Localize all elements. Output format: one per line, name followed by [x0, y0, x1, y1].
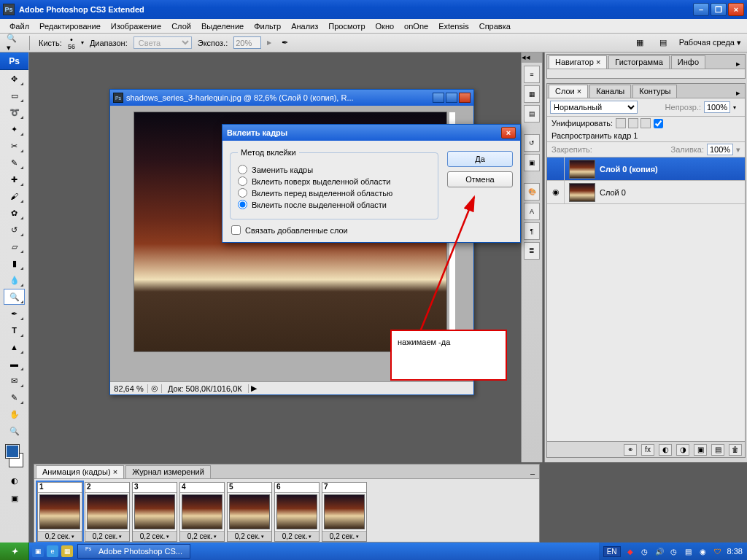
tray-icon[interactable]: ◉: [698, 546, 708, 556]
exposure-input[interactable]: [233, 36, 261, 49]
layer-item[interactable]: ◉ Слой 0: [547, 181, 745, 204]
start-button[interactable]: ✦: [0, 542, 29, 560]
eyedropper-tool[interactable]: ✎: [4, 389, 25, 405]
adjustment-layer-icon[interactable]: ◑: [676, 444, 689, 456]
panel-menu-icon[interactable]: ▸: [733, 58, 743, 69]
tab-layers[interactable]: Слои ×: [549, 85, 588, 98]
tab-info[interactable]: Инфо: [671, 55, 705, 69]
menu-filter[interactable]: Фильтр: [249, 22, 286, 31]
type-tool[interactable]: T: [4, 322, 25, 338]
animation-frame[interactable]: 3 0,2 сек.▾: [132, 482, 177, 542]
layer-visibility-toggle[interactable]: ◉: [547, 181, 565, 203]
unify-style-icon[interactable]: [640, 118, 651, 128]
animation-frame[interactable]: 2 0,2 сек.▾: [85, 482, 130, 542]
zoom-tool[interactable]: 🔍: [4, 423, 25, 439]
fill-input[interactable]: [707, 144, 733, 155]
brush-picker[interactable]: •56: [68, 36, 75, 50]
menu-file[interactable]: Файл: [4, 22, 34, 31]
fill-arrow-icon[interactable]: ▾: [736, 145, 740, 155]
gradient-tool[interactable]: ▮: [4, 255, 25, 271]
menu-edit[interactable]: Редактирование: [34, 22, 106, 31]
menu-image[interactable]: Изображение: [106, 22, 166, 31]
range-select[interactable]: Света: [133, 36, 192, 49]
clock[interactable]: 8:38: [727, 547, 743, 556]
radio-paste-before[interactable]: [238, 188, 247, 198]
menu-extensis[interactable]: Extensis: [433, 22, 474, 31]
slice-tool[interactable]: ✎: [4, 155, 25, 171]
animation-frame[interactable]: 1 0,2 сек.▾: [37, 482, 82, 542]
unify-visibility-icon[interactable]: [628, 118, 638, 128]
tab-animation[interactable]: Анимация (кадры) ×: [36, 465, 124, 478]
new-layer-icon[interactable]: ▤: [711, 444, 724, 456]
toolbox-header[interactable]: Ps: [0, 52, 28, 70]
menu-help[interactable]: Справка: [474, 22, 516, 31]
bridge-icon[interactable]: ▦: [632, 36, 647, 50]
layer-mask-icon[interactable]: ◐: [659, 444, 672, 456]
animation-frame[interactable]: 4 0,2 сек.▾: [179, 482, 225, 542]
opacity-input[interactable]: [704, 101, 730, 113]
dockbtn-8[interactable]: ¶: [524, 222, 540, 240]
dodge-tool[interactable]: 🔍: [4, 289, 25, 305]
quicklaunch-ie-icon[interactable]: e: [47, 545, 58, 557]
brush-dropdown-icon[interactable]: ▾: [81, 39, 84, 46]
animation-frame[interactable]: 5 0,2 сек.▾: [227, 482, 272, 542]
link-layers-icon[interactable]: ⚭: [624, 444, 637, 456]
tab-paths[interactable]: Контуры: [632, 85, 677, 98]
maximize-button[interactable]: ❐: [711, 3, 727, 16]
layer-name[interactable]: Слой 0 (копия): [600, 165, 658, 174]
history-brush-tool[interactable]: ↺: [4, 222, 25, 238]
dockbtn-2[interactable]: ▦: [524, 85, 540, 103]
dock-collapse-arrow-icon[interactable]: ◂◂: [522, 52, 542, 63]
tab-navigator[interactable]: Навигатор ×: [549, 55, 607, 69]
dockbtn-4[interactable]: ↺: [524, 134, 540, 152]
menu-analysis[interactable]: Анализ: [286, 22, 323, 31]
taskbar-task-photoshop[interactable]: Ps Adobe Photoshop CS...: [77, 544, 190, 559]
brush-tool[interactable]: 🖌: [4, 188, 25, 204]
tab-channels[interactable]: Каналы: [589, 85, 631, 98]
tray-icon[interactable]: ◆: [625, 546, 635, 556]
tray-icon[interactable]: ◷: [640, 546, 650, 556]
lasso-tool[interactable]: ➰: [4, 104, 25, 120]
frame-delay[interactable]: 0,2 сек.▾: [322, 531, 366, 541]
exposure-arrow-icon[interactable]: ▶: [267, 39, 271, 46]
radio-paste-after[interactable]: [238, 200, 247, 209]
path-select-tool[interactable]: ▲: [4, 339, 25, 355]
menu-window[interactable]: Окно: [371, 22, 400, 31]
layer-group-icon[interactable]: ▣: [694, 444, 707, 456]
zoom-level[interactable]: 82,64 %: [110, 384, 148, 393]
minimize-button[interactable]: –: [693, 3, 709, 16]
eraser-tool[interactable]: ▱: [4, 238, 25, 254]
hand-tool[interactable]: ✋: [4, 406, 25, 422]
blur-tool[interactable]: 💧: [4, 272, 25, 288]
dockbtn-5[interactable]: ▣: [524, 154, 540, 171]
language-indicator[interactable]: EN: [603, 546, 621, 557]
layer-thumbnail[interactable]: [569, 183, 595, 202]
color-swatches[interactable]: [4, 443, 24, 468]
layer-fx-icon[interactable]: fx: [641, 444, 654, 456]
radio-replace-frames[interactable]: [238, 165, 247, 174]
notes-tool[interactable]: ✉: [4, 373, 25, 389]
menu-onone[interactable]: onOne: [399, 22, 433, 31]
frame-delay[interactable]: 0,2 сек.▾: [38, 531, 82, 541]
link-layers-checkbox[interactable]: [231, 225, 241, 235]
layers-panel-menu-icon[interactable]: ▸: [733, 88, 743, 98]
doc-info-icon[interactable]: ◎: [148, 384, 161, 393]
dockbtn-9[interactable]: ≣: [524, 242, 540, 260]
dockbtn-6[interactable]: 🎨: [524, 183, 540, 201]
radio-paste-over[interactable]: [238, 176, 247, 186]
layer-name[interactable]: Слой 0: [600, 188, 626, 197]
pen-tool[interactable]: ✒: [4, 306, 25, 322]
marquee-tool[interactable]: ▭: [4, 88, 25, 104]
frame-delay[interactable]: 0,2 сек.▾: [85, 531, 129, 541]
frame-delay[interactable]: 0,2 сек.▾: [133, 531, 177, 541]
healing-brush-tool[interactable]: ✚: [4, 171, 25, 187]
tray-shield-icon[interactable]: 🛡: [713, 546, 723, 556]
menu-layer[interactable]: Слой: [166, 22, 196, 31]
tray-volume-icon[interactable]: 🔊: [654, 546, 665, 556]
animation-frame[interactable]: 6 0,2 сек.▾: [274, 482, 320, 542]
tray-icon[interactable]: ◷: [669, 546, 679, 556]
doc-info-arrow-icon[interactable]: ▶: [249, 384, 259, 393]
clone-stamp-tool[interactable]: ✿: [4, 205, 25, 221]
dockbtn-1[interactable]: ≡: [524, 66, 540, 83]
magic-wand-tool[interactable]: ✦: [4, 121, 25, 137]
